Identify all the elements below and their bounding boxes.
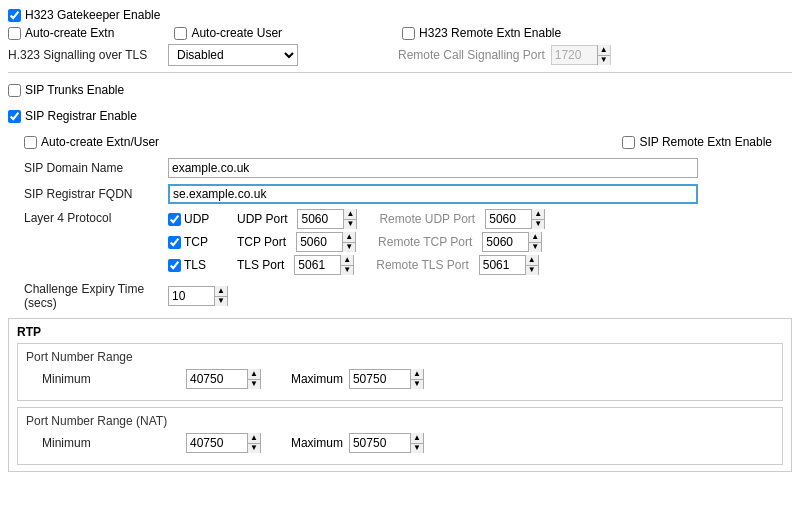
sip-trunks-enable-checkbox[interactable]: [8, 84, 21, 97]
rtp-min-spinner[interactable]: ▲ ▼: [186, 369, 261, 389]
udp-port-input[interactable]: [298, 210, 343, 228]
remote-tcp-port-spinner[interactable]: ▲ ▼: [482, 232, 542, 252]
h323-auto-create-extn-label[interactable]: Auto-create Extn: [8, 26, 114, 40]
h323-auto-create-extn-checkbox[interactable]: [8, 27, 21, 40]
remote-call-port-up: ▲: [598, 45, 610, 55]
h323-auto-create-user-label[interactable]: Auto-create User: [174, 26, 282, 40]
nat-min-down[interactable]: ▼: [248, 443, 260, 454]
h323-remote-extn-enable-checkbox[interactable]: [402, 27, 415, 40]
sip-remote-extn-enable-checkbox[interactable]: [622, 136, 635, 149]
sip-registrar-fqdn-label: SIP Registrar FQDN: [8, 187, 168, 201]
remote-udp-port-up[interactable]: ▲: [532, 209, 544, 219]
h323-gatekeeper-enable-label[interactable]: H323 Gatekeeper Enable: [8, 8, 160, 22]
rtp-max-spinner[interactable]: ▲ ▼: [349, 369, 424, 389]
sip-domain-name-label: SIP Domain Name: [8, 161, 168, 175]
sip-auto-create-checkbox[interactable]: [24, 136, 37, 149]
sip-trunks-enable-label[interactable]: SIP Trunks Enable: [8, 83, 124, 97]
tls-port-spinner[interactable]: ▲ ▼: [294, 255, 354, 275]
remote-tcp-port-label: Remote TCP Port: [378, 235, 472, 249]
rtp-section: RTP Port Number Range Minimum ▲ ▼ Maximu…: [8, 318, 792, 472]
rtp-section-title: RTP: [17, 325, 783, 339]
nat-min-input[interactable]: [187, 434, 247, 452]
rtp-min-up[interactable]: ▲: [248, 369, 260, 379]
h323-gatekeeper-enable-text: H323 Gatekeeper Enable: [25, 8, 160, 22]
sip-domain-name-input[interactable]: [168, 158, 698, 178]
nat-min-spinner[interactable]: ▲ ▼: [186, 433, 261, 453]
remote-call-port-input: [552, 46, 597, 64]
remote-call-port-spinner: ▲ ▼: [551, 45, 611, 65]
port-range-section: Port Number Range Minimum ▲ ▼ Maximum ▲ …: [17, 343, 783, 401]
challenge-expiry-spinner[interactable]: ▲ ▼: [168, 286, 228, 306]
tcp-label[interactable]: TCP: [168, 235, 223, 249]
sip-remote-extn-enable-label[interactable]: SIP Remote Extn Enable: [622, 135, 772, 149]
remote-udp-port-label: Remote UDP Port: [379, 212, 475, 226]
sip-registrar-enable-text: SIP Registrar Enable: [25, 109, 137, 123]
rtp-max-up[interactable]: ▲: [411, 369, 423, 379]
tls-port-input[interactable]: [295, 256, 340, 274]
h323-section: H323 Gatekeeper Enable Auto-create Extn …: [8, 8, 792, 66]
nat-max-label: Maximum: [291, 436, 343, 450]
nat-max-up[interactable]: ▲: [411, 433, 423, 443]
sip-registrar-enable-label[interactable]: SIP Registrar Enable: [8, 109, 137, 123]
tls-port-down[interactable]: ▼: [341, 265, 353, 276]
h323-auto-create-user-checkbox[interactable]: [174, 27, 187, 40]
remote-udp-port-down[interactable]: ▼: [532, 219, 544, 230]
nat-port-range-title: Port Number Range (NAT): [26, 414, 774, 428]
tcp-port-up[interactable]: ▲: [343, 232, 355, 242]
sip-remote-extn-enable-text: SIP Remote Extn Enable: [639, 135, 772, 149]
rtp-min-down[interactable]: ▼: [248, 379, 260, 390]
remote-udp-port-input[interactable]: [486, 210, 531, 228]
layer4-protocol-label: Layer 4 Protocol: [8, 209, 168, 225]
udp-port-label: UDP Port: [237, 212, 287, 226]
sip-auto-create-text: Auto-create Extn/User: [41, 135, 159, 149]
remote-tls-port-up[interactable]: ▲: [526, 255, 538, 265]
h323-auto-create-extn-text: Auto-create Extn: [25, 26, 114, 40]
rtp-max-input[interactable]: [350, 370, 410, 388]
port-range-title: Port Number Range: [26, 350, 774, 364]
h323-remote-extn-enable-label[interactable]: H323 Remote Extn Enable: [402, 26, 561, 40]
challenge-expiry-up[interactable]: ▲: [215, 286, 227, 296]
rtp-max-label: Maximum: [291, 372, 343, 386]
sip-auto-create-label[interactable]: Auto-create Extn/User: [8, 135, 159, 149]
tls-label[interactable]: TLS: [168, 258, 223, 272]
remote-call-port-down: ▼: [598, 55, 610, 66]
nat-min-up[interactable]: ▲: [248, 433, 260, 443]
tcp-port-input[interactable]: [297, 233, 342, 251]
udp-label[interactable]: UDP: [168, 212, 223, 226]
remote-tls-port-spinner[interactable]: ▲ ▼: [479, 255, 539, 275]
sip-registrar-enable-checkbox[interactable]: [8, 110, 21, 123]
rtp-max-down[interactable]: ▼: [411, 379, 423, 390]
h323-auto-create-user-text: Auto-create User: [191, 26, 282, 40]
rtp-min-input[interactable]: [187, 370, 247, 388]
remote-tcp-port-input[interactable]: [483, 233, 528, 251]
rtp-min-label: Minimum: [26, 372, 186, 386]
udp-port-up[interactable]: ▲: [344, 209, 356, 219]
udp-port-spinner[interactable]: ▲ ▼: [297, 209, 357, 229]
challenge-expiry-down[interactable]: ▼: [215, 296, 227, 307]
challenge-expiry-input[interactable]: [169, 287, 214, 305]
sip-registrar-fqdn-input[interactable]: [168, 184, 698, 204]
nat-min-label: Minimum: [26, 436, 186, 450]
sip-section: SIP Trunks Enable SIP Registrar Enable A…: [8, 79, 792, 310]
remote-tls-port-down[interactable]: ▼: [526, 265, 538, 276]
nat-port-range-section: Port Number Range (NAT) Minimum ▲ ▼ Maxi…: [17, 407, 783, 465]
sip-trunks-enable-text: SIP Trunks Enable: [25, 83, 124, 97]
tls-checkbox[interactable]: [168, 259, 181, 272]
nat-max-down[interactable]: ▼: [411, 443, 423, 454]
tls-port-up[interactable]: ▲: [341, 255, 353, 265]
udp-checkbox[interactable]: [168, 213, 181, 226]
tcp-checkbox[interactable]: [168, 236, 181, 249]
tcp-port-down[interactable]: ▼: [343, 242, 355, 253]
h323-gatekeeper-enable-checkbox[interactable]: [8, 9, 21, 22]
h323-signalling-tls-select[interactable]: Disabled Enabled: [168, 44, 298, 66]
remote-tls-port-input[interactable]: [480, 256, 525, 274]
nat-max-spinner[interactable]: ▲ ▼: [349, 433, 424, 453]
remote-tcp-port-down[interactable]: ▼: [529, 242, 541, 253]
remote-udp-port-spinner[interactable]: ▲ ▼: [485, 209, 545, 229]
challenge-expiry-label: Challenge Expiry Time (secs): [8, 282, 168, 310]
tcp-port-spinner[interactable]: ▲ ▼: [296, 232, 356, 252]
h323-remote-extn-enable-text: H323 Remote Extn Enable: [419, 26, 561, 40]
nat-max-input[interactable]: [350, 434, 410, 452]
udp-port-down[interactable]: ▼: [344, 219, 356, 230]
remote-tcp-port-up[interactable]: ▲: [529, 232, 541, 242]
